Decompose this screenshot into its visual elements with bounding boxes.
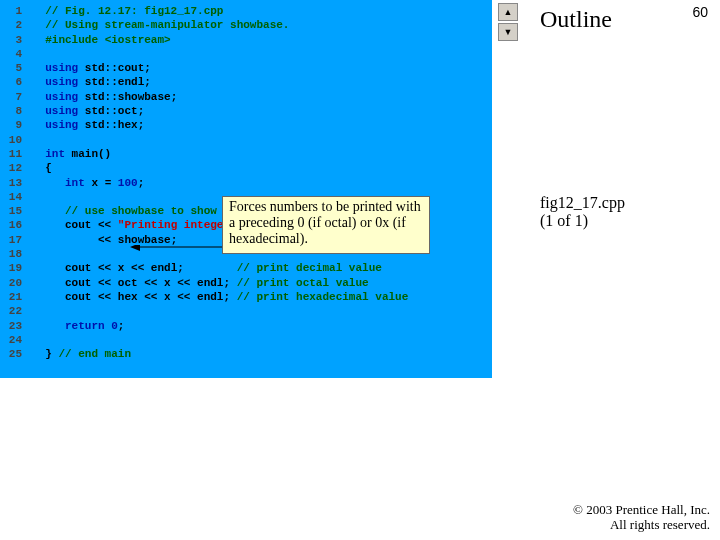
code-line: 20 cout << oct << x << endl; // print oc… — [0, 276, 492, 290]
code-line: 19 cout << x << endl; // print decimal v… — [0, 261, 492, 275]
code-line: 21 cout << hex << x << endl; // print he… — [0, 290, 492, 304]
code-line: 5 using std::cout; — [0, 61, 492, 75]
callout-box: Forces numbers to be printed with a prec… — [222, 196, 430, 254]
callout-arrow — [130, 245, 230, 265]
code-line: 10 — [0, 133, 492, 147]
code-listing: 1 // Fig. 12.17: fig12_17.cpp 2 // Using… — [0, 0, 492, 378]
slide-number: 60 — [692, 4, 708, 20]
copyright: © 2003 Prentice Hall, Inc. All rights re… — [573, 502, 710, 532]
outline-label: Outline — [540, 6, 612, 33]
nav-buttons: ▲ ▼ — [498, 3, 518, 41]
nav-up-button[interactable]: ▲ — [498, 3, 518, 21]
code-line: 9 using std::hex; — [0, 118, 492, 132]
code-line: 22 — [0, 304, 492, 318]
nav-down-button[interactable]: ▼ — [498, 23, 518, 41]
code-line: 1 // Fig. 12.17: fig12_17.cpp — [0, 4, 492, 18]
code-line: 2 // Using stream-manipulator showbase. — [0, 18, 492, 32]
code-line: 3 #include <iostream> — [0, 33, 492, 47]
figure-label: fig12_17.cpp (1 of 1) — [540, 194, 625, 230]
code-line: 25 } // end main — [0, 347, 492, 361]
code-line: 12 { — [0, 161, 492, 175]
code-line: 7 using std::showbase; — [0, 90, 492, 104]
code-line: 24 — [0, 333, 492, 347]
svg-marker-1 — [130, 245, 140, 251]
code-line: 4 — [0, 47, 492, 61]
code-line: 8 using std::oct; — [0, 104, 492, 118]
code-line: 6 using std::endl; — [0, 75, 492, 89]
code-line: 11 int main() — [0, 147, 492, 161]
code-line: 13 int x = 100; — [0, 176, 492, 190]
code-line: 23 return 0; — [0, 319, 492, 333]
